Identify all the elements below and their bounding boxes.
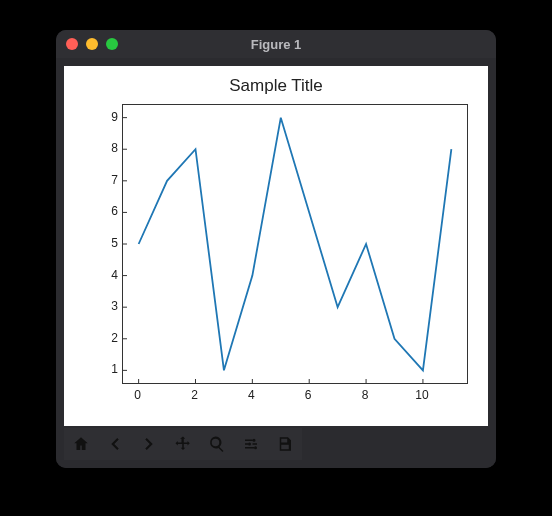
y-tick-label: 9 — [96, 110, 118, 124]
close-icon[interactable] — [66, 38, 78, 50]
x-tick-label: 8 — [362, 388, 369, 402]
home-button[interactable] — [64, 428, 98, 460]
y-tick-label: 8 — [96, 141, 118, 155]
configure-button[interactable] — [234, 428, 268, 460]
matplotlib-toolbar — [64, 428, 302, 460]
configure-icon — [242, 435, 260, 453]
y-tick-label: 3 — [96, 299, 118, 313]
titlebar: Figure 1 — [56, 30, 496, 58]
forward-button[interactable] — [132, 428, 166, 460]
home-icon — [72, 435, 90, 453]
y-axis-ticks: 123456789 — [96, 104, 118, 384]
chart-title: Sample Title — [64, 76, 488, 96]
zoom-icon — [208, 435, 226, 453]
x-axis-ticks: 0246810 — [122, 386, 468, 404]
pan-button[interactable] — [166, 428, 200, 460]
x-tick-label: 10 — [415, 388, 428, 402]
zoom-window-icon[interactable] — [106, 38, 118, 50]
x-tick-label: 4 — [248, 388, 255, 402]
y-tick-label: 7 — [96, 173, 118, 187]
y-tick-label: 6 — [96, 204, 118, 218]
plot-area — [122, 104, 468, 384]
figure-canvas: Sample Title 123456789 0246810 — [64, 66, 488, 426]
x-tick-label: 0 — [134, 388, 141, 402]
y-tick-label: 2 — [96, 331, 118, 345]
back-button[interactable] — [98, 428, 132, 460]
window-title: Figure 1 — [56, 37, 496, 52]
x-tick-label: 2 — [191, 388, 198, 402]
y-tick-label: 1 — [96, 362, 118, 376]
forward-icon — [140, 435, 158, 453]
save-button[interactable] — [268, 428, 302, 460]
line-chart — [123, 105, 467, 383]
save-icon — [276, 435, 294, 453]
pan-icon — [174, 435, 192, 453]
minimize-icon[interactable] — [86, 38, 98, 50]
zoom-button[interactable] — [200, 428, 234, 460]
y-tick-label: 4 — [96, 268, 118, 282]
x-tick-label: 6 — [305, 388, 312, 402]
y-tick-label: 5 — [96, 236, 118, 250]
figure-window: Figure 1 Sample Title 123456789 0246810 — [56, 30, 496, 468]
window-controls — [66, 38, 118, 50]
back-icon — [106, 435, 124, 453]
